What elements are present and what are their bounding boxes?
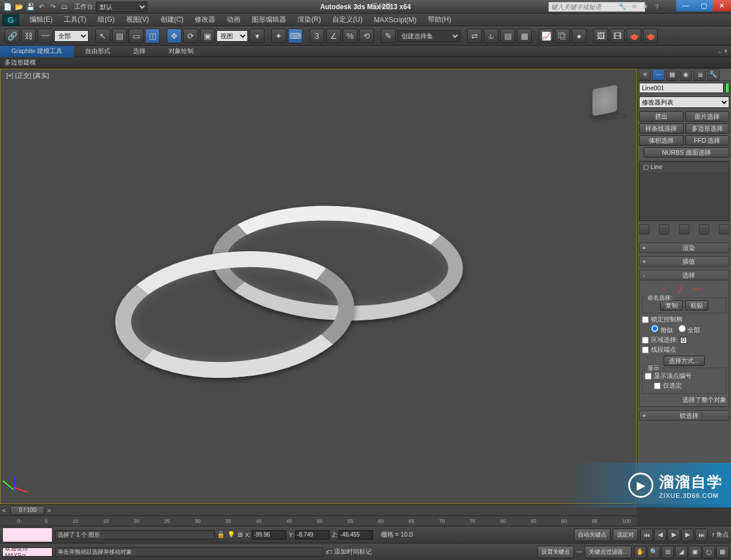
coord-x-input[interactable] — [252, 530, 286, 539]
mod-btn-nurbs[interactable]: NURBS 曲面选择 — [644, 147, 729, 158]
add-time-tag-label[interactable]: 添加时间标记 — [334, 547, 372, 556]
ribbon-tab-freeform[interactable]: 自由形式 — [74, 46, 122, 57]
menu-edit[interactable]: 编辑(E) — [24, 14, 58, 26]
segment-level-icon[interactable]: ╱ — [678, 285, 690, 295]
show-vert-num-check[interactable]: 显示顶点编号 — [645, 372, 724, 380]
mod-btn-volselect[interactable]: 体积选择 — [639, 135, 684, 146]
time-tag-icon[interactable]: 🏷 — [326, 549, 332, 555]
time-next-icon[interactable]: > — [47, 507, 50, 514]
named-selection-edit-icon[interactable]: ✎ — [381, 29, 396, 43]
material-editor-icon[interactable]: ● — [572, 29, 587, 43]
menu-create[interactable]: 创建(C) — [155, 14, 190, 26]
zoom-extents-icon[interactable]: ▣ — [689, 546, 701, 558]
menu-rendering[interactable]: 渲染(R) — [292, 14, 327, 26]
menu-views[interactable]: 视图(V) — [121, 14, 155, 26]
ribbon-expand-icon[interactable]: ⌄ ▾ — [717, 47, 728, 55]
script-welcome[interactable]: 欢迎使用 MAXScr — [2, 547, 53, 557]
save-file-icon[interactable]: 💾 — [25, 2, 35, 12]
pivot-center-icon[interactable]: ▾ — [250, 29, 264, 43]
mirror-icon[interactable]: ⇄ — [467, 29, 482, 43]
rollout-select-header[interactable]: -选择 — [639, 270, 729, 280]
mod-btn-splineselect[interactable]: 样条线选择 — [639, 123, 684, 134]
menu-tools[interactable]: 工具(T) — [58, 14, 92, 26]
menu-maxscript[interactable]: MAXScript(M) — [368, 14, 423, 26]
next-frame-icon[interactable]: ▶ — [681, 529, 694, 541]
bind-spacewarp-icon[interactable]: 〰 — [38, 29, 53, 43]
mod-btn-patchselect[interactable]: 面片选择 — [685, 111, 730, 122]
spline-level-icon[interactable]: 〰 — [694, 285, 706, 295]
object-name-input[interactable] — [639, 83, 724, 93]
ribbon-tab-graphite[interactable]: Graphite 建模工具 — [0, 46, 74, 57]
maxtoggle-icon[interactable]: ▦ — [716, 546, 729, 558]
isolate-icon[interactable]: 💡 — [227, 531, 235, 538]
render-iterative-icon[interactable]: 🫖 — [643, 29, 658, 43]
window-crossing-icon[interactable]: ◫ — [145, 29, 160, 43]
unlink-icon[interactable]: ⛓ — [21, 29, 36, 43]
ref-coord-system[interactable]: 视图 — [216, 30, 248, 42]
viewport[interactable]: [+] [正交] [真实] — [0, 69, 637, 504]
selection-lock-icon[interactable]: 🔒 — [217, 531, 225, 538]
maximize-button[interactable]: ▢ — [694, 0, 713, 11]
subscription-icon[interactable]: 🔧 — [618, 2, 627, 11]
orbit-icon[interactable]: ⭮ — [702, 546, 715, 558]
named-selection-set[interactable]: 创建选择集 — [397, 30, 460, 42]
show-end-icon[interactable] — [659, 224, 669, 235]
scale-icon[interactable]: ▣ — [200, 29, 215, 43]
render-setup-icon[interactable]: 🖼 — [593, 29, 608, 43]
help-icon[interactable]: ? — [652, 2, 661, 11]
configure-sets-icon[interactable] — [719, 224, 729, 235]
object-color-swatch[interactable] — [725, 83, 729, 93]
menu-customize[interactable]: 自定义(U) — [327, 14, 368, 26]
menu-modifiers[interactable]: 修改器 — [189, 14, 221, 26]
percent-snap-icon[interactable]: % — [343, 29, 358, 43]
paste-button[interactable]: 粘贴 — [685, 300, 708, 311]
undo-icon[interactable]: ↶ — [37, 2, 47, 12]
minimize-button[interactable]: — — [676, 0, 694, 11]
redo-icon[interactable]: ↷ — [48, 2, 58, 12]
ribbon-tab-objectpaint[interactable]: 对象绘制 — [157, 46, 205, 57]
zoom-all-icon[interactable]: ⊞ — [661, 546, 674, 558]
select-by-button[interactable]: 选择方式... — [664, 356, 704, 366]
keyboard-shortcut-icon[interactable]: ⌨ — [288, 29, 303, 43]
snap-3d-icon[interactable]: 3 — [310, 29, 324, 43]
goto-start-icon[interactable]: ⏮ — [640, 529, 653, 541]
graphite-toggle-icon[interactable]: ▦ — [517, 29, 532, 43]
radio-all[interactable]: 全部 — [678, 325, 700, 335]
project-icon[interactable]: 🗂 — [59, 2, 70, 12]
track-bar[interactable]: 0510152025303540455055606570758085909510… — [0, 515, 637, 526]
open-file-icon[interactable]: 📂 — [14, 2, 24, 12]
angle-snap-icon[interactable]: ∠ — [326, 29, 341, 43]
coord-y-input[interactable] — [295, 530, 330, 539]
move-icon[interactable]: ✥ — [167, 29, 182, 43]
stack-item-line[interactable]: ▢ Line — [640, 162, 729, 172]
tab-hierarchy-icon[interactable]: ▦ — [666, 69, 678, 80]
rollout-softsel-header[interactable]: +软选择 — [639, 410, 729, 421]
render-production-icon[interactable]: 🫖 — [626, 29, 641, 43]
time-slider-handle[interactable]: 0 / 100 — [10, 506, 45, 515]
spinner-snap-icon[interactable]: ⟲ — [359, 29, 374, 43]
area-select-check[interactable]: 区域选择: — [642, 336, 726, 344]
application-button[interactable]: G — [2, 14, 19, 26]
manipulate-icon[interactable]: ✦ — [271, 29, 286, 43]
tab-modify-icon[interactable]: 〰 — [652, 69, 665, 80]
auto-key-button[interactable]: 自动关键点 — [574, 529, 610, 541]
viewport-label[interactable]: [+] [正交] [真实] — [6, 71, 49, 80]
remove-modifier-icon[interactable] — [699, 224, 709, 235]
workspace-select[interactable]: 默认 — [96, 2, 147, 12]
coord-display-mode-icon[interactable]: ⊞ — [238, 531, 243, 538]
link-icon[interactable]: 🔗 — [5, 29, 19, 43]
rectangle-region-icon[interactable]: ▭ — [128, 29, 143, 43]
exchange-icon[interactable]: ✖ — [629, 2, 638, 11]
coord-z-input[interactable] — [339, 530, 373, 539]
schematic-view-icon[interactable]: ⿻ — [555, 29, 570, 43]
viewcube[interactable] — [592, 84, 617, 116]
favorite-icon[interactable]: ★ — [641, 2, 650, 11]
rollout-interp-header[interactable]: +插值 — [639, 256, 729, 267]
mod-btn-extrude[interactable]: 挤出 — [639, 111, 684, 122]
ribbon-tab-selection[interactable]: 选择 — [122, 46, 157, 57]
set-key-button[interactable]: 设置关键点 — [537, 546, 574, 558]
rendered-frame-icon[interactable]: 🎞 — [610, 29, 625, 43]
goto-end-icon[interactable]: ⏭ — [695, 529, 708, 541]
new-file-icon[interactable]: 📄 — [2, 2, 13, 12]
tab-motion-icon[interactable]: ◉ — [680, 69, 692, 80]
